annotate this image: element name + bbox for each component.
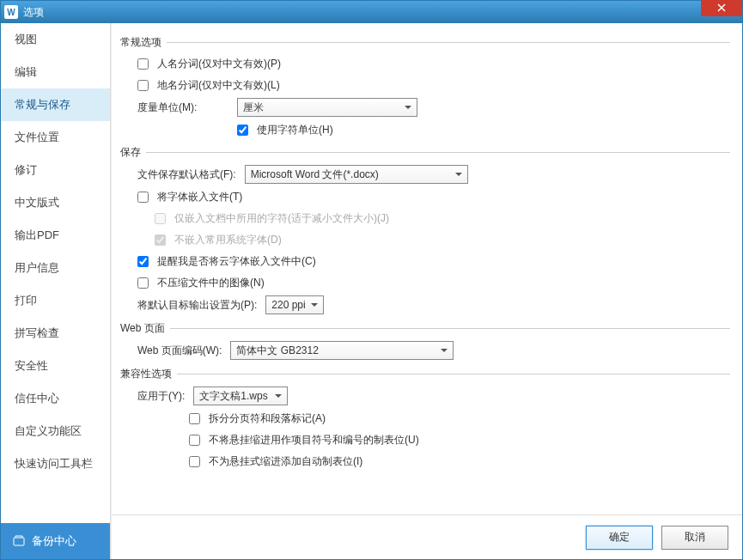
sidebar-item-revision[interactable]: 修订 (1, 154, 110, 186)
backup-label: 备份中心 (32, 533, 76, 549)
sidebar-item-label: 输出PDF (15, 228, 59, 241)
sidebar-item-print[interactable]: 打印 (1, 284, 110, 317)
select-default-output-value: 220 ppi (271, 299, 305, 311)
sidebar-item-security[interactable]: 安全性 (1, 350, 110, 382)
label-no-compress-img: 不压缩文件中的图像(N) (157, 276, 265, 290)
cancel-label: 取消 (685, 530, 705, 545)
checkbox-place-name-seg[interactable] (137, 80, 149, 91)
sidebar-item-label: 信任中心 (15, 392, 59, 405)
divider (177, 374, 730, 374)
section-save: 保存 文件保存默认格式(F): Microsoft Word 文件(*.docx… (120, 145, 730, 314)
checkbox-split-page-break[interactable] (189, 413, 200, 424)
sidebar-item-customize-ribbon[interactable]: 自定义功能区 (1, 415, 110, 447)
select-unit-value: 厘米 (243, 100, 264, 115)
select-default-format-value: Microsoft Word 文件(*.docx) (251, 167, 379, 182)
row-remind-cloud-font: 提醒我是否将云字体嵌入文件中(C) (137, 253, 730, 270)
label-split-page-break: 拆分分页符和段落标记(A) (209, 411, 326, 426)
sidebar-item-label: 编辑 (15, 65, 37, 78)
row-embed-fonts: 将字体嵌入文件(T) (137, 188, 730, 205)
label-apply-to: 应用于(Y): (137, 389, 185, 404)
row-embed-only-used: 仅嵌入文档中所用的字符(适于减小文件大小)(J) (155, 210, 730, 227)
content-wrap: 常规选项 人名分词(仅对中文有效)(P) 地名分词(仅对中文有效)(L) 度量单… (111, 23, 742, 559)
row-web-encoding: Web 页面编码(W): 简体中文 GB2312 (137, 341, 730, 360)
row-no-hang-indent: 不将悬挂缩进用作项目符号和编号的制表位(U) (189, 431, 730, 448)
checkbox-person-name-seg[interactable] (137, 58, 149, 70)
sidebar-item-general-save[interactable]: 常规与保存 (1, 88, 110, 121)
sidebar-item-label: 快速访问工具栏 (15, 457, 93, 470)
label-embed-fonts: 将字体嵌入文件(T) (157, 190, 242, 204)
divider (167, 42, 730, 43)
sidebar-item-label: 打印 (15, 294, 37, 307)
section-title: 兼容性选项 (120, 367, 172, 381)
app-icon: W (4, 5, 18, 19)
checkbox-no-compress-img[interactable] (137, 277, 149, 289)
section-title: 保存 (120, 145, 141, 160)
select-web-encoding-value: 简体中文 GB2312 (236, 344, 318, 358)
ok-button[interactable]: 确定 (586, 526, 653, 550)
checkbox-remind-cloud-font[interactable] (137, 256, 149, 267)
checkbox-no-auto-tab[interactable] (189, 456, 200, 467)
section-general: 常规选项 人名分词(仅对中文有效)(P) 地名分词(仅对中文有效)(L) 度量单… (120, 35, 730, 138)
sidebar-item-spellcheck[interactable]: 拼写检查 (1, 317, 110, 350)
label-person-name-seg: 人名分词(仅对中文有效)(P) (157, 57, 281, 71)
sidebar-item-label: 中文版式 (15, 196, 59, 209)
section-header-save: 保存 (120, 145, 730, 160)
checkbox-embed-only-used (155, 213, 166, 224)
sidebar-item-user-info[interactable]: 用户信息 (1, 252, 110, 284)
checkbox-no-hang-indent[interactable] (189, 435, 200, 446)
section-header-web: Web 页面 (120, 321, 730, 336)
row-split-page-break: 拆分分页符和段落标记(A) (189, 410, 730, 427)
checkbox-embed-fonts[interactable] (137, 192, 149, 203)
row-apply-to: 应用于(Y): 文字文稿1.wps (137, 387, 730, 405)
sidebar-item-label: 拼写检查 (15, 326, 59, 339)
label-no-hang-indent: 不将悬挂缩进用作项目符号和编号的制表位(U) (209, 433, 419, 447)
checkbox-use-char-unit[interactable] (237, 125, 248, 136)
label-no-common-sys-fonts: 不嵌入常用系统字体(D) (174, 233, 282, 247)
sidebar-item-output-pdf[interactable]: 输出PDF (1, 219, 110, 252)
label-use-char-unit: 使用字符单位(H) (257, 123, 333, 137)
label-no-auto-tab: 不为悬挂式缩进添加自动制表位(I) (209, 454, 362, 469)
select-unit[interactable]: 厘米 (237, 98, 417, 117)
label-remind-cloud-font: 提醒我是否将云字体嵌入文件中(C) (157, 254, 316, 269)
sidebar-item-label: 自定义功能区 (15, 424, 82, 437)
sidebar-item-edit[interactable]: 编辑 (1, 56, 110, 88)
sidebar-item-label: 常规与保存 (15, 98, 70, 111)
row-default-output: 将默认目标输出设置为(P): 220 ppi (137, 295, 730, 314)
row-no-auto-tab: 不为悬挂式缩进添加自动制表位(I) (189, 453, 730, 470)
select-default-format[interactable]: Microsoft Word 文件(*.docx) (245, 165, 468, 184)
row-place-name-seg: 地名分词(仅对中文有效)(L) (137, 76, 730, 94)
label-default-format: 文件保存默认格式(F): (137, 167, 236, 182)
checkbox-no-common-sys-fonts (155, 234, 166, 246)
divider (170, 328, 730, 329)
sidebar-item-trust-center[interactable]: 信任中心 (1, 382, 110, 415)
sidebar-item-view[interactable]: 视图 (1, 23, 110, 56)
backup-icon (13, 535, 25, 547)
sidebar-item-chinese-layout[interactable]: 中文版式 (1, 186, 110, 219)
cancel-button[interactable]: 取消 (661, 526, 728, 550)
row-default-format: 文件保存默认格式(F): Microsoft Word 文件(*.docx) (137, 165, 730, 184)
section-web: Web 页面 Web 页面编码(W): 简体中文 GB2312 (120, 321, 730, 360)
row-char-unit: 使用字符单位(H) (137, 121, 730, 138)
close-button[interactable] (701, 0, 742, 16)
options-dialog: W 选项 视图 编辑 常规与保存 文件位置 修订 中文版式 输出PDF 用户信息… (0, 0, 743, 560)
label-place-name-seg: 地名分词(仅对中文有效)(L) (157, 78, 280, 93)
sidebar-item-label: 视图 (15, 33, 37, 46)
select-apply-to[interactable]: 文字文稿1.wps (193, 387, 288, 405)
sidebar-item-quick-access[interactable]: 快速访问工具栏 (1, 447, 110, 480)
titlebar: W 选项 (1, 1, 742, 23)
select-default-output[interactable]: 220 ppi (265, 295, 323, 314)
close-icon (717, 3, 726, 12)
section-compat: 兼容性选项 应用于(Y): 文字文稿1.wps 拆分分页符和段落标记(A) 不将… (120, 367, 730, 470)
row-no-compress-img: 不压缩文件中的图像(N) (137, 274, 730, 291)
sidebar-item-label: 安全性 (15, 359, 48, 372)
ok-label: 确定 (609, 530, 630, 545)
sidebar-item-label: 文件位置 (15, 131, 59, 143)
sidebar-list: 视图 编辑 常规与保存 文件位置 修订 中文版式 输出PDF 用户信息 打印 拼… (1, 23, 110, 523)
row-no-common-sys-fonts: 不嵌入常用系统字体(D) (155, 231, 730, 248)
select-web-encoding[interactable]: 简体中文 GB2312 (230, 341, 454, 360)
section-title: Web 页面 (120, 321, 165, 336)
sidebar-item-label: 用户信息 (15, 261, 59, 274)
label-embed-only-used: 仅嵌入文档中所用的字符(适于减小文件大小)(J) (174, 211, 389, 226)
backup-center-button[interactable]: 备份中心 (1, 523, 110, 559)
sidebar-item-file-location[interactable]: 文件位置 (1, 121, 110, 154)
